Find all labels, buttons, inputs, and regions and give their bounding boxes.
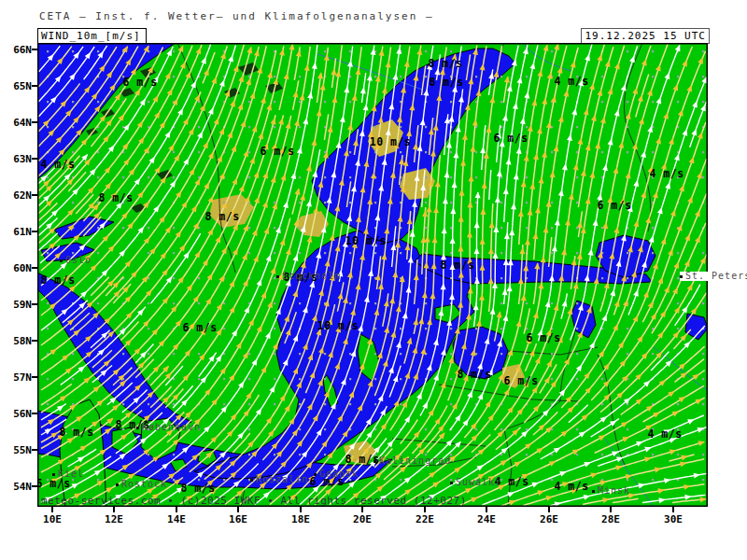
weather-map-page: CETA — Inst. f. Wetter— und Klimafolgena… bbox=[0, 0, 747, 560]
lat-tick bbox=[32, 376, 37, 378]
lon-label: 16E bbox=[219, 513, 257, 525]
lon-tick bbox=[548, 507, 550, 512]
lon-label: 12E bbox=[95, 513, 133, 525]
city-name: Kaliningrad bbox=[379, 455, 451, 466]
city-label: Minsk bbox=[592, 486, 630, 496]
lat-tick bbox=[32, 413, 37, 414]
lat-label: 57N bbox=[2, 371, 32, 384]
lon-tick bbox=[300, 507, 302, 512]
lat-label: 64N bbox=[2, 117, 32, 129]
city-dot-icon bbox=[276, 275, 279, 278]
wind-speed-label: 6 m/s bbox=[493, 132, 528, 145]
city-dot-icon bbox=[250, 479, 253, 482]
lon-tick bbox=[113, 507, 115, 512]
lat-label: 54N bbox=[2, 481, 32, 493]
city-name: Gdansk bbox=[319, 469, 359, 479]
wind-speed-label: 6 m/s bbox=[182, 321, 217, 334]
lon-label: 20E bbox=[344, 513, 381, 525]
city-name: København bbox=[142, 422, 201, 432]
lat-label: 62N bbox=[2, 189, 32, 202]
lon-label: 26E bbox=[530, 513, 568, 525]
lat-label: 58N bbox=[2, 335, 32, 347]
wind-speed-label: 8 m/s bbox=[98, 191, 133, 204]
wind-speed-label: 6 m/s bbox=[597, 199, 631, 212]
lon-tick bbox=[610, 507, 612, 512]
city-name: Oslo bbox=[65, 255, 92, 265]
lat-label: 65N bbox=[2, 80, 32, 92]
lat-tick bbox=[32, 449, 37, 451]
wind-speed-label: 10 m/s bbox=[345, 234, 388, 247]
product-label: WIND_10m_[m/s] bbox=[37, 28, 147, 44]
lat-label: 55N bbox=[2, 444, 32, 456]
lon-tick bbox=[176, 507, 177, 512]
city-label: Kaliningrad bbox=[374, 456, 451, 466]
wind-speed-label: 6 m/s bbox=[526, 331, 560, 344]
wind-speed-label: 4 m/s bbox=[554, 480, 588, 493]
city-name: St. Petersbg bbox=[685, 271, 747, 281]
lat-label: 61N bbox=[2, 226, 32, 238]
lon-tick bbox=[237, 507, 239, 512]
city-label: Gdansk bbox=[314, 469, 359, 479]
city-label: Koszalin bbox=[250, 475, 308, 484]
wind-speed-label: 8 m/s bbox=[180, 482, 215, 495]
city-dot-icon bbox=[60, 259, 63, 262]
map-area: 6 m/s4 m/s8 m/s8 m/s6 m/s6 m/s10 m/s4 m/… bbox=[37, 43, 708, 507]
lon-label: 18E bbox=[282, 513, 319, 525]
wind-speed-label: 8 m/s bbox=[40, 273, 75, 287]
page-title: CETA — Inst. f. Wetter— und Klimafolgena… bbox=[39, 10, 434, 22]
city-dot-icon bbox=[450, 482, 453, 484]
lon-tick bbox=[424, 507, 426, 512]
city-label: Kiel bbox=[52, 469, 84, 479]
wind-speed-label: 8 m/s bbox=[429, 76, 463, 89]
city-label: Oslo bbox=[60, 256, 92, 265]
city-label: St. Petersbg bbox=[680, 272, 747, 281]
copyright-text: meteo-services.com • (c)2025 IWKF • All … bbox=[41, 495, 467, 507]
lon-label: 10E bbox=[34, 513, 71, 525]
wind-speed-label: 10 m/s bbox=[317, 319, 359, 332]
wind-speed-label: 6 m/s bbox=[260, 145, 294, 158]
lat-tick bbox=[32, 85, 37, 87]
wind-speed-label: 4 m/s bbox=[647, 427, 682, 441]
lon-label: 30E bbox=[655, 513, 692, 525]
lat-tick bbox=[32, 303, 37, 305]
wind-speed-label: 8 m/s bbox=[440, 259, 474, 272]
wind-speed-label: 8 m/s bbox=[59, 426, 93, 439]
wind-speed-label: 8 m/s bbox=[428, 57, 462, 70]
lat-label: 60N bbox=[2, 262, 32, 274]
lat-label: 63N bbox=[2, 153, 32, 165]
lat-label: 59N bbox=[2, 299, 32, 311]
lon-label: 28E bbox=[592, 513, 629, 525]
wind-speed-label: 4 m/s bbox=[40, 158, 75, 171]
wind-speed-label: 6 m/s bbox=[503, 374, 538, 387]
wind-speed-label: 10 m/s bbox=[370, 135, 412, 148]
lat-tick bbox=[32, 49, 37, 50]
lat-tick bbox=[32, 267, 37, 269]
city-dot-icon bbox=[52, 473, 55, 476]
city-dot-icon bbox=[314, 473, 317, 476]
lon-tick bbox=[486, 507, 487, 512]
wind-speed-label: 4 m/s bbox=[554, 75, 588, 88]
city-name: Rostock bbox=[121, 479, 167, 489]
city-name: Minsk bbox=[598, 485, 630, 496]
city-label: Suwalki bbox=[450, 478, 501, 487]
wind-speed-label: 6 m/s bbox=[37, 477, 71, 490]
datetime-label: 19.12.2025 15 UTC bbox=[581, 28, 710, 44]
lat-tick bbox=[32, 194, 37, 196]
lat-label: 66N bbox=[2, 44, 32, 56]
lon-label: 24E bbox=[468, 513, 505, 525]
city-dot-icon bbox=[592, 490, 595, 493]
wind-speed-label: 8 m/s bbox=[457, 368, 491, 381]
city-dot-icon bbox=[136, 427, 139, 429]
lat-tick bbox=[32, 340, 37, 342]
lat-label: 56N bbox=[2, 408, 32, 420]
wind-speed-label: 4 m/s bbox=[649, 167, 684, 180]
wind-speed-label: 6 m/s bbox=[122, 76, 157, 89]
city-label: København bbox=[136, 423, 201, 432]
city-dot-icon bbox=[374, 460, 376, 463]
city-name: Kiel bbox=[58, 469, 84, 479]
lon-tick bbox=[361, 507, 363, 512]
lat-tick bbox=[32, 158, 37, 160]
city-dot-icon bbox=[680, 275, 683, 278]
city-name: Suwalki bbox=[456, 477, 501, 487]
lat-tick bbox=[32, 231, 37, 232]
